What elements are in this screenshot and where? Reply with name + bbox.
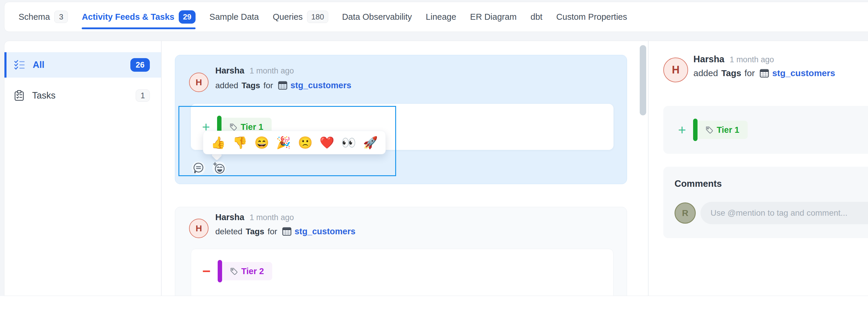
tag-pill-tier-1[interactable]: Tier 1 (693, 121, 748, 139)
action-verb: added (693, 68, 718, 78)
added-plus-sign: + (678, 123, 686, 137)
panel-change-card: + Tier 1 (663, 106, 868, 154)
rocket-emoji[interactable]: 🚀 (363, 137, 378, 148)
tab-label: Data Observability (342, 12, 412, 22)
party-popper-emoji[interactable]: 🎉 (276, 137, 291, 148)
tab-label: Activity Feeds & Tasks (82, 12, 174, 22)
table-icon (278, 81, 287, 90)
tag-label: Tier 2 (241, 266, 264, 276)
timestamp: 1 month ago (250, 66, 294, 76)
thumbs-up-emoji[interactable]: 👍 (211, 137, 226, 148)
feed-scrollbar-thumb[interactable] (640, 45, 646, 115)
tab-lineage[interactable]: Lineage (426, 2, 456, 32)
comment-button[interactable] (192, 161, 205, 175)
tag-pill-tier-2[interactable]: Tier 2 (218, 262, 272, 280)
sidebar-item-label: Tasks (32, 90, 56, 101)
comment-input[interactable] (701, 202, 868, 224)
tab-label: Sample Data (209, 12, 259, 22)
user-name: Harsha (215, 212, 244, 222)
comments-title: Comments (675, 179, 722, 189)
user-name: Harsha (693, 54, 724, 65)
tab-queries[interactable]: Queries 180 (273, 2, 328, 32)
table-icon (760, 69, 769, 78)
avatar: H (663, 58, 688, 82)
tab-label: Custom Properties (556, 12, 627, 22)
avatar: R (675, 202, 696, 224)
change-detail-card: − Tier 2 (191, 249, 614, 296)
avatar: H (189, 72, 209, 92)
emoji-reaction-popover: 👍 👎 😄 🎉 🙁 ❤️ 👀 🚀 (203, 131, 386, 154)
action-connector: for (264, 81, 273, 90)
heart-emoji[interactable]: ❤️ (320, 137, 335, 148)
tab-schema[interactable]: Schema 3 (19, 2, 68, 32)
add-reaction-button[interactable] (212, 161, 226, 175)
tab-custom-properties[interactable]: Custom Properties (556, 2, 627, 32)
asset-link[interactable]: stg_customers (290, 81, 351, 90)
tab-label: ER Diagram (470, 12, 517, 22)
comments-card: Comments R (663, 167, 868, 238)
tab-data-observability[interactable]: Data Observability (342, 2, 412, 32)
checklist-icon (14, 59, 25, 70)
thumbs-down-emoji[interactable]: 👎 (233, 137, 247, 148)
sidebar-count-badge: 1 (136, 89, 150, 102)
activity-card-added-tags[interactable]: H Harsha 1 month ago added Tags for (175, 55, 627, 184)
user-name: Harsha (215, 66, 244, 76)
sidebar-divider (161, 41, 162, 296)
action-object: Tags (721, 68, 741, 78)
action-verb: deleted (215, 227, 242, 236)
tag-icon (706, 126, 713, 134)
sidebar-count-badge: 26 (130, 58, 150, 72)
avatar: H (189, 219, 209, 238)
tab-dbt[interactable]: dbt (531, 2, 542, 32)
activity-card-deleted-tags[interactable]: H Harsha 1 month ago deleted Tags for (175, 207, 627, 296)
activity-content-area: All 26 Tasks 1 H Hars (4, 41, 868, 296)
timestamp: 1 month ago (730, 55, 774, 64)
sidebar-item-tasks[interactable]: Tasks 1 (4, 85, 161, 107)
asset-link[interactable]: stg_customers (294, 227, 355, 236)
sidebar-item-all[interactable]: All 26 (4, 52, 161, 78)
tag-label: Tier 1 (717, 125, 739, 135)
tab-er-diagram[interactable]: ER Diagram (470, 2, 517, 32)
table-icon (282, 227, 291, 236)
tab-bar: Schema 3 Activity Feeds & Tasks 29 Sampl… (4, 2, 868, 32)
action-object: Tags (242, 81, 260, 90)
grinning-face-emoji[interactable]: 😄 (254, 137, 269, 148)
tab-label: Queries (273, 12, 303, 22)
timestamp: 1 month ago (250, 213, 294, 222)
asset-link[interactable]: stg_customers (772, 68, 835, 78)
tab-count-badge: 29 (179, 10, 195, 24)
action-verb: added (215, 81, 238, 90)
tab-label: dbt (531, 12, 542, 22)
tab-label: Schema (19, 12, 50, 22)
tab-count-badge: 180 (307, 11, 328, 23)
tab-activity-feeds-tasks[interactable]: Activity Feeds & Tasks 29 (82, 2, 195, 32)
frowning-face-emoji[interactable]: 🙁 (298, 137, 313, 148)
activity-detail-panel: H Harsha 1 month ago added Tags for (649, 41, 868, 296)
tag-icon (230, 267, 238, 275)
asset-detail-page: Schema 3 Activity Feeds & Tasks 29 Sampl… (0, 0, 868, 296)
tab-count-badge: 3 (54, 11, 68, 23)
clipboard-icon (14, 90, 25, 101)
sidebar-item-label: All (33, 60, 44, 70)
tab-label: Lineage (426, 12, 456, 22)
action-object: Tags (246, 227, 264, 236)
tab-sample-data[interactable]: Sample Data (209, 2, 259, 32)
activity-sidebar: All 26 Tasks 1 (4, 41, 161, 296)
eyes-emoji[interactable]: 👀 (341, 137, 356, 148)
action-connector: for (268, 227, 277, 236)
action-connector: for (744, 68, 755, 78)
deleted-minus-sign: − (202, 264, 211, 278)
